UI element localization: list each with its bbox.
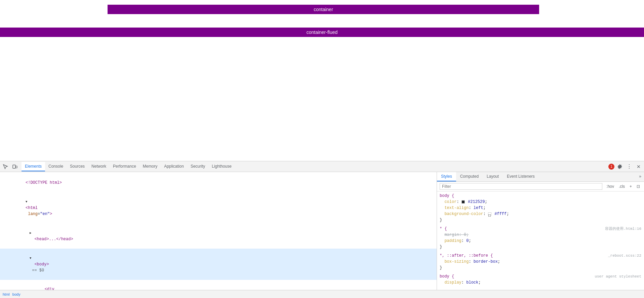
container-fluid-element: container-flued [0,28,644,37]
container-element: container [108,5,539,14]
container-fluid-text: container-flued [307,30,338,35]
browser-viewport: container container-flued [0,0,644,161]
container-text: container [314,7,333,12]
devtools-panel: Elements Console Sources Network Perform… [0,161,644,161]
